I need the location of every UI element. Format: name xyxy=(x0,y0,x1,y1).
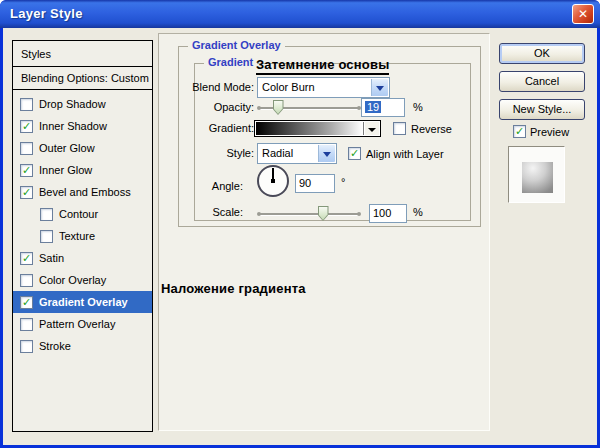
sidebar-item-label: Gradient Overlay xyxy=(39,296,128,308)
sidebar-item-drop-shadow[interactable]: Drop Shadow xyxy=(13,93,152,115)
preview-toggle: Preview xyxy=(513,125,569,138)
sidebar-item-inner-glow[interactable]: Inner Glow xyxy=(13,159,152,181)
opacity-label: Opacity: xyxy=(159,97,254,118)
sidebar-item-contour[interactable]: Contour xyxy=(13,203,152,225)
scale-value: 100 xyxy=(373,207,391,219)
preview-label: Preview xyxy=(530,126,569,138)
angle-unit: ° xyxy=(341,172,345,193)
styles-list[interactable]: Styles Blending Options: Custom Drop Sha… xyxy=(12,40,153,432)
sidebar-item-stroke[interactable]: Stroke xyxy=(13,335,152,357)
gradient-dropdown-icon[interactable] xyxy=(365,122,379,135)
gradient-overlay-annotation: Наложение градиента xyxy=(161,281,306,296)
close-icon[interactable]: ✕ xyxy=(572,4,594,24)
dialog-body: Styles Blending Options: Custom Drop Sha… xyxy=(3,28,597,445)
ok-button[interactable]: OK xyxy=(499,43,585,64)
gradient-picker[interactable] xyxy=(254,120,381,137)
layer-style-dialog: Layer Style ✕ Styles Blending Options: C… xyxy=(0,0,600,448)
sidebar-item-outer-glow[interactable]: Outer Glow xyxy=(13,137,152,159)
style-preview-box xyxy=(508,146,565,203)
scale-label: Scale: xyxy=(159,202,243,223)
preview-checkbox[interactable] xyxy=(513,125,526,138)
sidebar-item-label: Inner Glow xyxy=(39,164,92,176)
angle-dial[interactable] xyxy=(257,165,289,197)
blend-mode-value: Color Burn xyxy=(262,81,315,93)
style-checkbox[interactable] xyxy=(20,318,33,331)
style-checkbox[interactable] xyxy=(20,340,33,353)
style-preview-swatch xyxy=(522,162,553,193)
chevron-down-icon[interactable] xyxy=(371,79,388,96)
sidebar-item-label: Outer Glow xyxy=(39,142,95,154)
sidebar-item-inner-shadow[interactable]: Inner Shadow xyxy=(13,115,152,137)
reverse-label: Reverse xyxy=(411,123,452,135)
style-checkbox[interactable] xyxy=(20,164,33,177)
sidebar-item-texture[interactable]: Texture xyxy=(13,225,152,247)
gradient-group-label: Gradient xyxy=(204,56,257,68)
angle-label: Angle: xyxy=(159,176,243,197)
blend-mode-select[interactable]: Color Burn xyxy=(257,77,390,98)
sidebar-item-satin[interactable]: Satin xyxy=(13,247,152,269)
style-checkbox[interactable] xyxy=(40,230,53,243)
gradient-label: Gradient: xyxy=(159,118,254,139)
style-checkbox[interactable] xyxy=(20,296,33,309)
sidebar-item-label: Satin xyxy=(39,252,64,264)
blend-mode-annotation: Затемнение основы xyxy=(256,57,389,75)
gradient-overlay-panel: Gradient Overlay Gradient Blend Mode: Co… xyxy=(158,33,490,431)
sidebar-item-label: Pattern Overlay xyxy=(39,318,115,330)
sidebar-item-label: Color Overlay xyxy=(39,274,106,286)
reverse-checkbox[interactable] xyxy=(393,122,406,135)
blend-mode-label: Blend Mode: xyxy=(159,77,254,98)
gradient-preview[interactable] xyxy=(256,122,364,135)
opacity-unit: % xyxy=(413,97,423,118)
sidebar-item-label: Contour xyxy=(59,208,98,220)
sidebar-item-label: Texture xyxy=(59,230,95,242)
angle-value: 90 xyxy=(299,177,311,189)
style-checkbox[interactable] xyxy=(20,142,33,155)
style-select[interactable]: Radial xyxy=(257,143,337,164)
opacity-input[interactable]: 19 xyxy=(361,98,405,117)
gradient-overlay-group-label: Gradient Overlay xyxy=(188,39,285,51)
window-title: Layer Style xyxy=(10,6,83,21)
sidebar-item-label: Inner Shadow xyxy=(39,120,107,132)
opacity-slider[interactable] xyxy=(259,107,359,109)
style-checkbox[interactable] xyxy=(20,252,33,265)
style-checkbox[interactable] xyxy=(20,98,33,111)
style-label: Style: xyxy=(159,143,254,164)
sidebar-item-bevel-and-emboss[interactable]: Bevel and Emboss xyxy=(13,181,152,203)
title-bar[interactable]: Layer Style ✕ xyxy=(0,0,600,28)
align-with-layer-label: Align with Layer xyxy=(366,148,444,160)
sidebar-item-label: Stroke xyxy=(39,340,71,352)
angle-input[interactable]: 90 xyxy=(295,174,335,193)
blending-options-item[interactable]: Blending Options: Custom xyxy=(13,67,152,90)
sidebar-item-label: Bevel and Emboss xyxy=(39,186,131,198)
sidebar-item-pattern-overlay[interactable]: Pattern Overlay xyxy=(13,313,152,335)
scale-input[interactable]: 100 xyxy=(369,204,407,223)
style-checkbox[interactable] xyxy=(40,208,53,221)
align-with-layer-checkbox[interactable] xyxy=(348,147,361,160)
scale-slider[interactable] xyxy=(259,213,359,215)
styles-list-header: Styles xyxy=(13,41,152,67)
scale-unit: % xyxy=(413,202,423,223)
opacity-value: 19 xyxy=(365,101,381,113)
style-checkbox[interactable] xyxy=(20,120,33,133)
cancel-button[interactable]: Cancel xyxy=(499,71,585,92)
sidebar-item-label: Drop Shadow xyxy=(39,98,106,110)
new-style-button[interactable]: New Style... xyxy=(499,99,585,120)
style-checkbox[interactable] xyxy=(20,186,33,199)
sidebar-item-gradient-overlay[interactable]: Gradient Overlay xyxy=(13,291,152,313)
chevron-down-icon[interactable] xyxy=(318,145,335,162)
sidebar-item-color-overlay[interactable]: Color Overlay xyxy=(13,269,152,291)
angle-dial-center xyxy=(271,179,275,183)
style-value: Radial xyxy=(262,147,293,159)
styles-list-items: Drop ShadowInner ShadowOuter GlowInner G… xyxy=(13,90,152,357)
style-checkbox[interactable] xyxy=(20,274,33,287)
